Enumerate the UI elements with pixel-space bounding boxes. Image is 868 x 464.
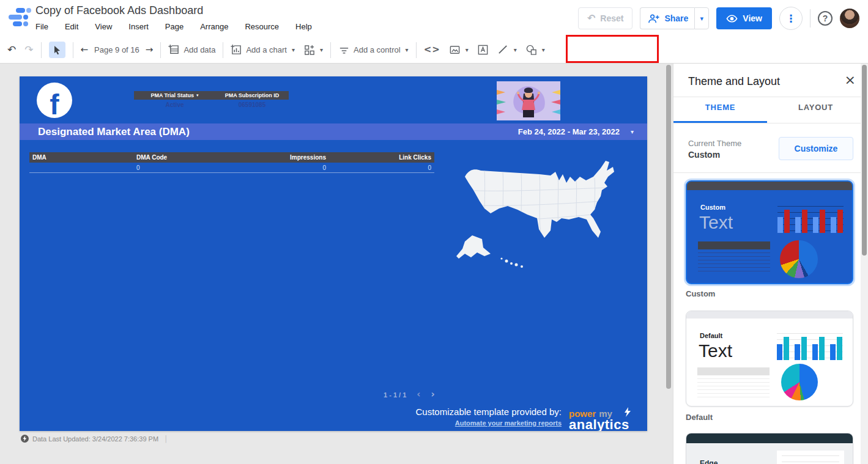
avatar[interactable] (840, 9, 859, 28)
next-page-button[interactable]: → (146, 45, 154, 54)
menu-help[interactable]: Help (295, 22, 312, 31)
shape-caret-icon: ▾ (542, 47, 545, 53)
default-card-text-block (697, 367, 770, 397)
theme-label-custom: Custom (686, 289, 715, 298)
marketing-reports-link[interactable]: Automate your marketing reports (455, 419, 562, 427)
insert-text-button[interactable] (477, 44, 489, 56)
col-link-clicks: Link Clicks (329, 154, 434, 161)
custom-card-pie-chart (780, 240, 818, 278)
select-tool-button[interactable] (49, 42, 65, 58)
theme-card-default[interactable]: Default Text (686, 311, 853, 407)
marketing-illustration-image[interactable] (497, 81, 560, 120)
share-label: Share (664, 13, 688, 23)
person-add-icon (648, 13, 659, 24)
add-data-button[interactable]: Add data (168, 44, 215, 56)
community-viz-caret-icon: ▾ (320, 47, 323, 53)
report-canvas[interactable]: f PMA Trial Status ▾ Active PMA Subscrip… (20, 76, 647, 431)
community-visualizations-button[interactable]: ▾ (303, 44, 323, 56)
brand-analytics: analytics (569, 417, 637, 431)
panel-scrollbar-thumb[interactable] (862, 65, 867, 256)
pma-trial-status-scorecard[interactable]: PMA Trial Status ▾ Active (134, 91, 215, 108)
refresh-bolt-icon (21, 435, 29, 443)
pagination-next-icon[interactable]: › (431, 390, 434, 399)
col-impressions: Impressions (231, 154, 329, 161)
reset-button[interactable]: ↶ Reset (578, 7, 633, 29)
cell-impressions: 0 (231, 164, 329, 171)
report-title[interactable]: Copy of Facebook Ads Dashboard (35, 4, 203, 17)
menu-page[interactable]: Page (165, 22, 184, 31)
last-updated-divider: | (165, 435, 167, 443)
insert-shape-button[interactable]: ▾ (525, 44, 545, 56)
tab-theme[interactable]: THEME (673, 103, 767, 112)
menu-resource[interactable]: Resource (245, 22, 279, 31)
reset-undo-icon: ↶ (587, 13, 595, 23)
menu-edit[interactable]: Edit (65, 22, 78, 31)
pagination-prev-icon[interactable]: ‹ (417, 390, 420, 399)
theme-card-edge[interactable]: Edge (686, 433, 853, 464)
date-range-control[interactable]: Feb 24, 2022 - Mar 23, 2022 ▾ (518, 123, 634, 140)
us-dma-map[interactable] (448, 156, 647, 275)
app: Copy of Facebook Ads Dashboard File Edit… (0, 0, 868, 464)
dma-table-header: DMA DMA Code Impressions Link Clicks (29, 152, 434, 163)
redo-button[interactable]: ↷ (24, 45, 33, 55)
undo-button[interactable]: ↶ (7, 45, 16, 55)
data-last-updated: Data Last Updated: 3/24/2022 7:36:39 PM … (21, 435, 167, 443)
add-data-icon (168, 44, 180, 56)
add-chart-label: Add a chart (246, 45, 287, 54)
date-range-value: Feb 24, 2022 - Mar 23, 2022 (518, 127, 620, 136)
line-icon (497, 44, 509, 56)
current-theme-label: Current Theme (688, 139, 741, 148)
cursor-icon (53, 45, 62, 55)
view-button[interactable]: View (716, 7, 772, 29)
image-caret-icon: ▾ (466, 47, 469, 53)
add-control-icon (338, 44, 350, 56)
theme-card-custom[interactable]: Custom Text (686, 180, 853, 284)
help-button[interactable]: ? (818, 11, 833, 26)
col-dma: DMA (29, 154, 133, 161)
top-bar-actions: ↶ Reset Share ▾ Vie (578, 7, 859, 30)
insert-image-button[interactable]: ▾ (449, 44, 469, 56)
close-icon[interactable]: × (845, 73, 856, 87)
add-chart-button[interactable]: Add a chart ▾ (231, 44, 295, 56)
template-attribution: Customizable template provided by: Autom… (411, 407, 562, 428)
view-label: View (743, 13, 762, 23)
menu-bar: File Edit View Insert Page Arrange Resou… (35, 22, 312, 31)
share-button[interactable]: Share (640, 7, 694, 29)
pma-subscription-id-scorecard[interactable]: PMA Subscription ID 06591085 (215, 91, 289, 108)
custom-card-text-block (698, 241, 770, 271)
menu-arrange[interactable]: Arrange (200, 22, 228, 31)
default-card-heading: Default (700, 332, 722, 339)
default-card-sample-text: Text (699, 341, 732, 361)
section-title[interactable]: Designated Market Area (DMA) (38, 123, 190, 140)
power-my-analytics-logo[interactable]: power my analytics (569, 407, 637, 431)
custom-card-bar-chart (777, 206, 844, 233)
theme-label-default: Default (686, 413, 713, 422)
topbar-divider (810, 9, 811, 28)
tab-layout[interactable]: LAYOUT (769, 103, 862, 112)
insert-line-button[interactable]: ▾ (497, 44, 517, 56)
embed-url-button[interactable]: <> (424, 45, 440, 54)
help-icon: ? (823, 13, 828, 23)
page-indicator[interactable]: Page 9 of 16 (94, 45, 139, 54)
share-dropdown-button[interactable]: ▾ (694, 7, 709, 29)
text-box-icon (477, 44, 489, 56)
dma-table[interactable]: DMA DMA Code Impressions Link Clicks 0 0… (29, 152, 434, 173)
prev-page-button[interactable]: ← (81, 45, 89, 54)
menu-view[interactable]: View (95, 22, 112, 31)
edit-toolbar: ↶ ↷ ← Page 9 of 16 → Add data (0, 37, 868, 64)
line-caret-icon: ▾ (514, 47, 517, 53)
community-viz-icon (303, 44, 315, 56)
customize-button[interactable]: Customize (779, 137, 853, 160)
current-theme-value: Custom (688, 150, 720, 160)
reset-label: Reset (600, 13, 623, 23)
more-options-button[interactable]: ⋮ (779, 7, 803, 30)
facebook-logo-icon[interactable]: f (37, 83, 72, 118)
workarea-scrollbar[interactable] (666, 65, 671, 389)
menu-file[interactable]: File (35, 22, 48, 31)
looker-studio-logo-icon[interactable] (9, 8, 33, 29)
add-control-caret-icon: ▾ (406, 47, 409, 53)
add-control-button[interactable]: Add a control ▾ (338, 44, 409, 56)
menu-insert[interactable]: Insert (128, 22, 149, 31)
theme-layout-panel: Theme and Layout × THEME LAYOUT Current … (673, 64, 868, 464)
panel-title: Theme and Layout (688, 75, 780, 88)
